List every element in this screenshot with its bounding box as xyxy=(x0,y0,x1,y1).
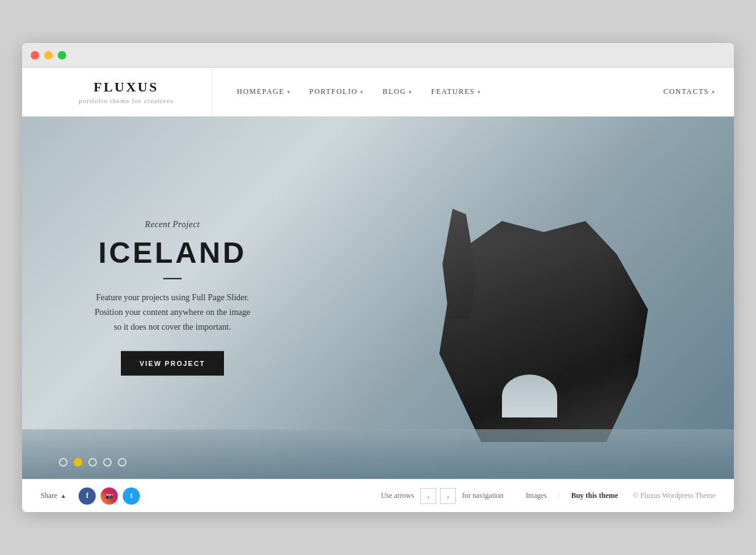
logo-subtitle: portfolio theme for creatives xyxy=(40,97,212,104)
browser-titlebar xyxy=(22,43,734,68)
chevron-down-icon: ▾ xyxy=(360,89,364,95)
share-button[interactable]: Share ▲ xyxy=(40,491,66,500)
site-logo[interactable]: FLUXUS portfolio theme for creatives xyxy=(40,68,212,116)
chevron-down-icon: ▾ xyxy=(409,89,413,95)
browser-window: FLUXUS portfolio theme for creatives HOM… xyxy=(22,43,734,512)
hero-title: ICELAND xyxy=(59,236,286,270)
separator-slash: / xyxy=(558,491,560,500)
view-project-button[interactable]: VIEW PROJECT xyxy=(121,351,223,376)
slider-dot-1[interactable] xyxy=(59,458,68,467)
logo-title: FLUXUS xyxy=(40,79,212,95)
slider-dot-5[interactable] xyxy=(118,458,126,467)
slider-dot-2[interactable] xyxy=(74,458,82,467)
arrow-navigation: ‹ › xyxy=(420,488,456,504)
copyright-text: © Fluxus Wordpress Theme xyxy=(633,491,716,500)
minimize-button[interactable] xyxy=(44,51,53,60)
share-up-icon: ▲ xyxy=(60,492,66,499)
water-reflection xyxy=(22,430,734,479)
hero-divider xyxy=(163,278,182,279)
hero-rock-image xyxy=(403,184,685,442)
hero-section: Recent Project ICELAND Feature your proj… xyxy=(22,117,734,479)
nav-homepage[interactable]: HOMEPAGE ▾ xyxy=(237,87,291,96)
nav-contacts[interactable]: CONTACTS ▾ xyxy=(663,87,716,96)
hero-label: Recent Project xyxy=(59,220,286,230)
hero-description: Feature your projects using Full Page Sl… xyxy=(59,290,286,334)
chevron-down-icon: ▾ xyxy=(287,89,291,95)
buy-theme-link[interactable]: Buy this theme xyxy=(571,491,619,500)
slider-dot-4[interactable] xyxy=(103,458,112,467)
nav-features[interactable]: FEATURES ▾ xyxy=(431,87,482,96)
footer-bar: Share ▲ f 📷 t Use arrows ‹ › for navigat… xyxy=(22,479,734,512)
nav-portfolio[interactable]: PORTFOLIO ▾ xyxy=(309,87,364,96)
arrows-label-right: for navigation xyxy=(462,491,504,500)
arrows-label-left: Use arrows xyxy=(381,491,414,500)
maximize-button[interactable] xyxy=(58,51,66,60)
images-label: Images xyxy=(526,491,547,500)
slider-dot-3[interactable] xyxy=(88,458,97,467)
slider-dots xyxy=(59,458,126,467)
footer-right: Use arrows ‹ › for navigation Images / B… xyxy=(381,488,716,504)
site-nav: FLUXUS portfolio theme for creatives HOM… xyxy=(22,68,734,117)
nav-blog[interactable]: BLOG ▾ xyxy=(382,87,412,96)
nav-links: HOMEPAGE ▾ PORTFOLIO ▾ BLOG ▾ FEATURES ▾ xyxy=(212,87,663,96)
left-arrow-icon: ‹ xyxy=(427,492,430,500)
right-arrow-icon: › xyxy=(447,492,449,500)
next-arrow-button[interactable]: › xyxy=(440,488,456,504)
facebook-icon[interactable]: f xyxy=(79,487,96,505)
chevron-down-icon: ▾ xyxy=(712,89,716,95)
share-label: Share xyxy=(40,491,57,500)
social-icons: f 📷 t xyxy=(79,487,140,505)
instagram-icon[interactable]: 📷 xyxy=(101,487,118,505)
chevron-down-icon: ▾ xyxy=(477,89,482,95)
close-button[interactable] xyxy=(31,51,39,60)
prev-arrow-button[interactable]: ‹ xyxy=(420,488,436,504)
twitter-icon[interactable]: t xyxy=(123,487,140,505)
hero-content: Recent Project ICELAND Feature your proj… xyxy=(59,220,286,376)
